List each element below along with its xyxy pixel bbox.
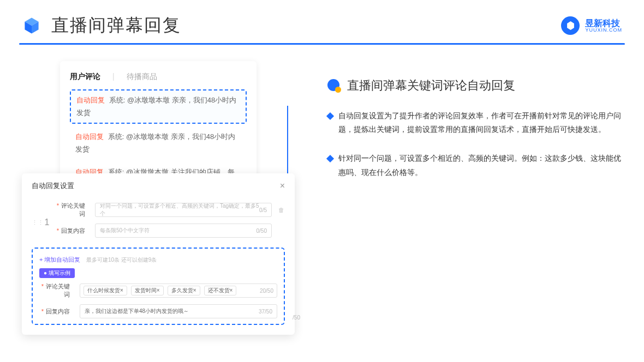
example-block: + 增加自动回复 最多可建10条 还可以创建9条 ● 填写示例 *评论关键词 什…: [32, 248, 285, 325]
auto-reply-tag: 自动回复: [75, 132, 104, 141]
left-column: 用户评论 | 待播商品 自动回复 系统: @冰墩墩本墩 亲亲，我们48小时内发货…: [22, 61, 295, 246]
cube-icon: [22, 16, 41, 35]
close-icon[interactable]: ×: [280, 181, 285, 191]
trash-icon[interactable]: 🗑: [277, 207, 285, 213]
example-badge: ● 填写示例: [39, 268, 75, 278]
side-counter: /50: [293, 315, 300, 321]
example-keyword-input[interactable]: 什么时候发货× 发货时间× 多久发货× 还不发货× 20/50: [80, 283, 277, 298]
auto-reply-tag: 自动回复: [76, 96, 105, 104]
feature-header: 直播间弹幕关键词评论自动回复: [327, 77, 622, 94]
keyword-input[interactable]: 对同一个问题，可设置多个相近、高频的关键词，Tag确定，最多5个 0/5: [95, 203, 272, 217]
brand-sub: YUUXIN.COM: [585, 28, 622, 33]
feature-title: 直播间弹幕关键词评论自动回复: [347, 77, 515, 94]
diamond-icon: [326, 155, 334, 162]
right-column: 直播间弹幕关键词评论自动回复 自动回复设置为了提升作者的评论回复效率，作者可在开…: [327, 61, 622, 246]
bullet-item: 针对同一个问题，可设置多个相近的、高频的关键词。例如：这款多少钱、这块能优惠吗、…: [327, 152, 622, 179]
page-title: 直播间弹幕回复: [51, 14, 181, 38]
example-reply-label: *回复内容: [39, 307, 70, 316]
example-reply-input[interactable]: 亲，我们这边都是下单48小时内发货的哦～ 37/50: [80, 304, 277, 318]
tab-pending-goods[interactable]: 待播商品: [127, 72, 157, 82]
reply-label: *回复内容: [55, 227, 85, 235]
bullet-item: 自动回复设置为了提升作者的评论回复效率，作者可在开播前针对常见的评论用户问题，提…: [327, 109, 622, 136]
drag-handle-icon[interactable]: ⋮⋮: [32, 219, 44, 226]
keyword-label: *评论关键词: [55, 202, 85, 218]
brand-icon: [561, 16, 580, 35]
tab-user-comments[interactable]: 用户评论: [70, 72, 100, 82]
header-left: 直播间弹幕回复: [22, 14, 181, 38]
add-auto-reply-button[interactable]: + 增加自动回复: [39, 256, 80, 263]
reply-input[interactable]: 每条限50个中文字符 0/50: [95, 224, 272, 238]
comment-row-highlighted: 自动回复 系统: @冰墩墩本墩 亲亲，我们48小时内发货: [70, 89, 247, 124]
example-kw-label: *评论关键词: [39, 282, 70, 299]
header-divider: [19, 43, 625, 45]
bubble-icon: [327, 79, 341, 92]
form-group: ⋮⋮ 1 *评论关键词 对同一个问题，可设置多个相近、高频的关键词，Tag确定，…: [32, 202, 285, 243]
diamond-icon: [326, 112, 334, 120]
tag-chip[interactable]: 发货时间×: [131, 286, 164, 295]
settings-panel: 自动回复设置 × ⋮⋮ 1 *评论关键词 对同一个问题，可设置多个相近、高频的关…: [22, 173, 295, 335]
brand-logo: 昱新科技 YUUXIN.COM: [561, 16, 622, 35]
comment-row: 自动回复 系统: @冰墩墩本墩 亲亲，我们48小时内发货: [70, 127, 247, 159]
settings-title: 自动回复设置: [32, 181, 74, 191]
add-hint: 最多可建10条 还可以创建9条: [86, 257, 157, 263]
tag-chip[interactable]: 多久发货×: [168, 286, 200, 295]
tabs: 用户评论 | 待播商品: [70, 72, 247, 82]
brand-name: 昱新科技: [585, 19, 622, 28]
tag-chip[interactable]: 还不发货×: [204, 286, 237, 295]
tag-chip[interactable]: 什么时候发货×: [84, 286, 127, 295]
page-header: 直播间弹幕回复 昱新科技 YUUXIN.COM: [0, 0, 644, 43]
row-index: 1: [44, 218, 50, 227]
